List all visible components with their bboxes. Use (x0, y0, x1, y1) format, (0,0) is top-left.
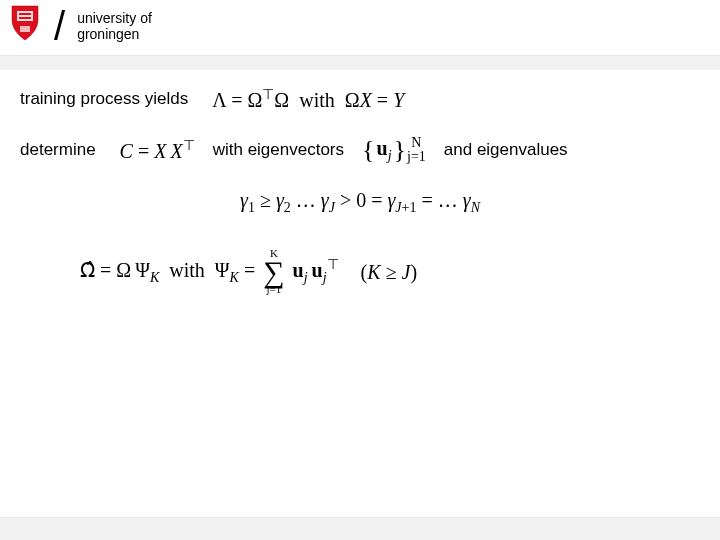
text-and-eigvals: and eigenvalues (444, 138, 568, 162)
eq-c: C = X X⊤ (120, 136, 195, 165)
sum-lower: j=1 (267, 282, 282, 297)
set-upper: N (411, 136, 421, 150)
line-training: training process yields Λ = Ω⊤Ω with ΩX … (20, 85, 700, 114)
header-slash-icon: / (54, 6, 65, 46)
sigma-icon: ∑ (263, 261, 284, 282)
text-determine: determine (20, 138, 96, 162)
footer-bar (0, 517, 720, 540)
eq-omegahat: Ω̂ = Ω ΨK with ΨK = K ∑ j=1 uj uj⊤ (K ≥ … (80, 246, 417, 298)
text-training: training process yields (20, 87, 188, 111)
line-gammas: γ1 ≥ γ2 … γJ > 0 = γJ+1 = … γN (20, 186, 700, 218)
eq-lambda: Λ = Ω⊤Ω with ΩX = Y (212, 85, 404, 114)
university-name: university of groningen (77, 10, 152, 42)
set-lower: j=1 (407, 150, 426, 164)
svg-rect-1 (19, 13, 31, 15)
header: / university of groningen (8, 4, 152, 48)
eq-eigset: { uj } N j=1 (362, 132, 426, 168)
text-with-eigv: with eigenvectors (213, 138, 344, 162)
line-determine: determine C = X X⊤ with eigenvectors { u… (20, 132, 700, 168)
university-crest-icon (8, 4, 42, 48)
slide-content: training process yields Λ = Ω⊤Ω with ΩX … (20, 85, 700, 315)
line-omegahat: Ω̂ = Ω ΨK with ΨK = K ∑ j=1 uj uj⊤ (K ≥ … (80, 246, 700, 298)
svg-rect-0 (17, 11, 33, 21)
svg-rect-2 (19, 17, 31, 19)
top-bar (0, 55, 720, 70)
university-line1: university of (77, 10, 152, 26)
university-line2: groningen (77, 26, 139, 42)
eq-gammas: γ1 ≥ γ2 … γJ > 0 = γJ+1 = … γN (240, 186, 480, 218)
